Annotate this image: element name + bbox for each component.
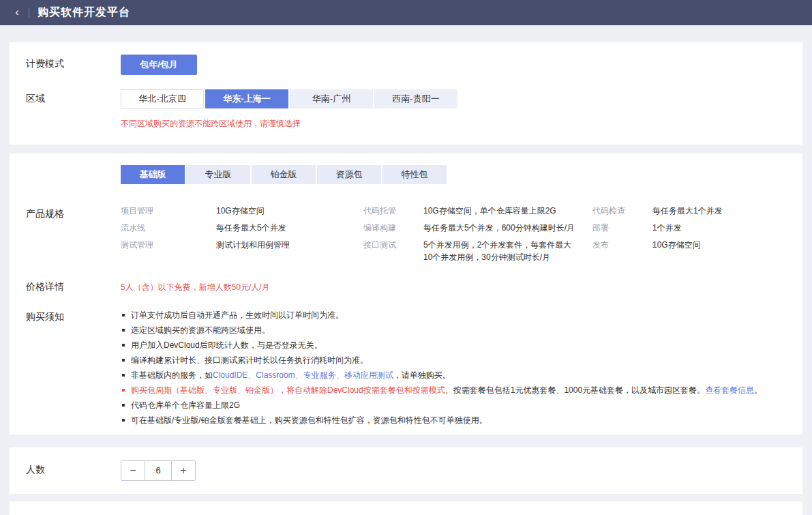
purchase-notes-row: 购买须知 订单支付成功后自动开通产品，生效时间以订单时间为准。 选定区域购买的资… xyxy=(26,308,786,428)
tab-platinum-edition[interactable]: 铂金版 xyxy=(252,165,316,184)
region-label: 区域 xyxy=(26,89,121,130)
top-bar: ‹ 购买软件开发平台 xyxy=(0,0,812,25)
region-option-guiyang1[interactable]: 西南-贵阳一 xyxy=(374,89,457,108)
spec-deploy: 部署 1个并发 xyxy=(592,222,786,234)
note-item: 订单支付成功后自动开通产品，生效时间以订单时间为准。 xyxy=(121,308,762,323)
people-count-stepper: − 6 + xyxy=(121,460,196,481)
billing-region-card: 计费模式 包年/包月 区域 华北-北京四 华东-上海一 华南-广州 西南-贵阳一… xyxy=(10,42,802,145)
note-item: 代码仓库单个仓库容量上限2G xyxy=(121,398,762,413)
billing-mode-button[interactable]: 包年/包月 xyxy=(121,55,197,75)
spec-code-hosting: 代码托管 10G存储空间，单个仓库容量上限2G xyxy=(363,205,592,217)
bullet-icon xyxy=(122,389,125,392)
tab-feature-package[interactable]: 特性包 xyxy=(382,165,447,184)
spec-release: 发布 10G存储空间 xyxy=(592,239,786,263)
product-detail-card: 基础版 专业版 铂金版 资源包 特性包 产品规格 项目管理 10G存储空间 代码… xyxy=(10,153,802,435)
note-item: 用户加入DevCloud后即统计人数，与是否登录无关。 xyxy=(121,338,762,353)
service-links[interactable]: CloudIDE、Classroom、专业服务、移动应用测试 xyxy=(213,370,393,380)
bullet-icon xyxy=(122,419,125,422)
region-option-guangzhou[interactable]: 华南-广州 xyxy=(290,89,373,108)
spec-project-management: 项目管理 10G存储空间 xyxy=(121,205,363,217)
note-item: 编译构建累计时长、接口测试累计时长以任务执行消耗时间为准。 xyxy=(121,353,762,368)
region-options: 华北-北京四 华东-上海一 华南-广州 西南-贵阳一 xyxy=(121,89,457,108)
tab-basic-edition[interactable]: 基础版 xyxy=(121,165,185,184)
price-row: 价格详情 5人（含）以下免费，新增人数50元/人/月 xyxy=(26,278,786,293)
note-item: 选定区域购买的资源不能跨区域使用。 xyxy=(121,323,762,338)
billing-mode-row: 计费模式 包年/包月 xyxy=(26,55,786,75)
people-count-card: 人数 − 6 + xyxy=(10,447,802,494)
bullet-icon xyxy=(122,329,125,332)
price-label: 价格详情 xyxy=(26,278,121,293)
people-count-row: 人数 − 6 + xyxy=(26,460,786,481)
title-divider xyxy=(29,8,29,18)
view-package-info-link[interactable]: 查看套餐信息 xyxy=(705,385,754,395)
plus-icon[interactable]: + xyxy=(171,461,195,480)
region-option-shanghai1[interactable]: 华东-上海一 xyxy=(205,89,288,108)
purchase-notes-label: 购买须知 xyxy=(26,308,121,428)
back-icon[interactable]: ‹ xyxy=(10,5,25,20)
product-specs-grid: 项目管理 10G存储空间 代码托管 10G存储空间，单个仓库容量上限2G 代码检… xyxy=(121,205,786,263)
spec-code-check: 代码检查 每任务最大1个并发 xyxy=(592,205,786,217)
bullet-icon xyxy=(122,344,125,347)
price-detail-text: 5人（含）以下免费，新增人数50元/人/月 xyxy=(121,278,270,293)
note-item-services: 非基础版内的服务，如CloudIDE、Classroom、专业服务、移动应用测试… xyxy=(121,368,762,383)
tab-resource-package[interactable]: 资源包 xyxy=(317,165,381,184)
spec-pipeline: 流水线 每任务最大5个并发 xyxy=(121,222,363,234)
bullet-icon xyxy=(122,359,125,362)
region-warning-text: 不同区域购买的资源不能跨区域使用，请谨慎选择 xyxy=(121,118,457,130)
spec-build: 编译构建 每任务最大5个并发，600分钟构建时长/月 xyxy=(363,222,592,234)
bullet-icon xyxy=(122,374,125,377)
tab-professional-edition[interactable]: 专业版 xyxy=(186,165,250,184)
edition-tabs: 基础版 专业版 铂金版 资源包 特性包 xyxy=(121,165,786,184)
page-title: 购买软件开发平台 xyxy=(37,5,130,20)
region-row: 区域 华北-北京四 华东-上海一 华南-广州 西南-贵阳一 不同区域购买的资源不… xyxy=(26,89,786,130)
bullet-icon xyxy=(122,404,125,407)
spec-test-management: 测试管理 测试计划和用例管理 xyxy=(121,239,363,263)
billing-mode-label: 计费模式 xyxy=(26,55,121,75)
people-count-label: 人数 xyxy=(26,460,121,481)
duration-card: 购买时长 1 2 3 4 5 6 7 8 9 10 11个月 1年 xyxy=(10,501,802,515)
spec-api-test: 接口测试 5个并发用例，2个并发套件，每套件最大10个并发用例，30分钟测试时长… xyxy=(363,239,592,263)
purchase-notes-list: 订单支付成功后自动开通产品，生效时间以订单时间为准。 选定区域购买的资源不能跨区… xyxy=(121,308,762,428)
product-specs-row: 产品规格 项目管理 10G存储空间 代码托管 10G存储空间，单个仓库容量上限2… xyxy=(26,205,786,263)
bullet-icon xyxy=(122,314,125,317)
minus-icon[interactable]: − xyxy=(121,461,145,480)
product-specs-label: 产品规格 xyxy=(26,205,121,263)
people-count-value[interactable]: 6 xyxy=(145,461,171,480)
note-item: 可在基础版/专业版/铂金版套餐基础上，购买资源包和特性包扩容，资源包和特性包不可… xyxy=(121,413,762,428)
region-option-beijing4[interactable]: 华北-北京四 xyxy=(121,89,204,108)
note-item-package-period: 购买包周期（基础版、专业版、铂金版），将自动解除DevCloud按需套餐包和按需… xyxy=(121,383,762,398)
